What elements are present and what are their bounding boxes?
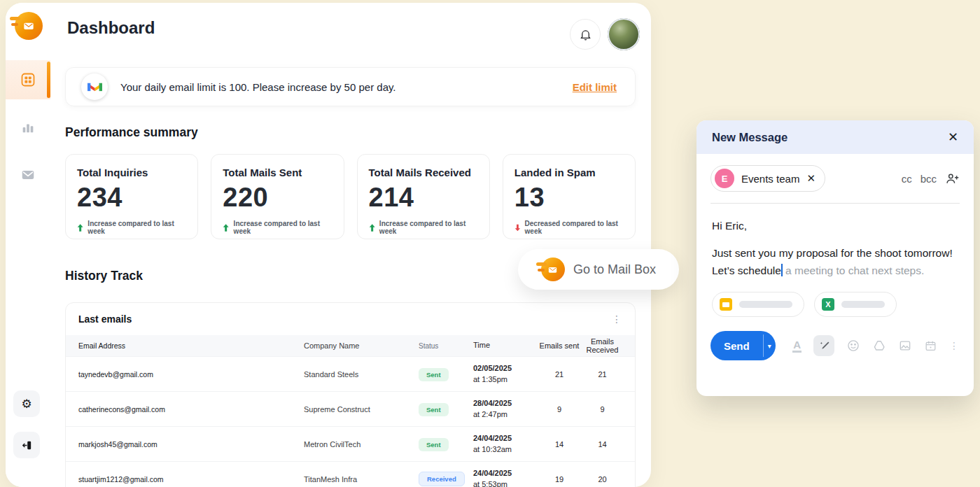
gmail-m-glyph [88, 81, 102, 92]
cell-emails-sent: 21 [536, 370, 582, 379]
cell-emails-received: 14 [582, 440, 622, 449]
mail-flame-logo-icon [541, 257, 565, 281]
cell-company: TitanMesh Infra [304, 475, 419, 484]
cell-date: 24/04/2025 [473, 434, 512, 442]
cc-toggle[interactable]: cc [902, 173, 912, 185]
edit-limit-link[interactable]: Edit limit [573, 81, 617, 93]
emoji-button[interactable] [846, 339, 860, 353]
drive-attach-button[interactable] [872, 339, 886, 353]
remove-recipient-icon[interactable]: ✕ [806, 172, 816, 185]
recipient-chip[interactable]: E Events team ✕ [710, 165, 825, 192]
compose-header[interactable]: New Message ✕ [696, 120, 974, 154]
settings-button[interactable]: ⚙ [13, 390, 40, 417]
cell-email: catherinecons@gmail.com [78, 405, 304, 414]
stat-label: Landed in Spam [514, 167, 624, 178]
brand-logo[interactable] [15, 12, 43, 40]
stat-card-total-mails-sent: Total Mails Sent 220 Increase compared t… [211, 154, 344, 239]
attachment-name-placeholder [841, 301, 885, 308]
stat-value: 220 [223, 183, 332, 213]
sidebar-item-analytics[interactable] [20, 119, 36, 136]
sidebar-item-dashboard[interactable] [20, 71, 36, 88]
close-icon[interactable]: ✕ [948, 129, 958, 145]
stat-delta: Increase compared to last week [88, 220, 186, 235]
emoji-icon [846, 339, 860, 353]
banner-message: Your daily email limit is 100. Please in… [120, 81, 396, 93]
magic-pen-button[interactable] [813, 335, 834, 356]
mail-icon [20, 167, 36, 183]
arrow-down-icon [514, 224, 521, 232]
stat-value: 13 [514, 183, 624, 213]
col-emails-sent: Emails sent [536, 341, 582, 350]
cell-emails-sent: 19 [536, 475, 582, 484]
col-email-address: Email Address [78, 341, 304, 350]
bar-chart-icon [20, 120, 36, 135]
cell-emails-sent: 14 [536, 440, 582, 449]
stat-label: Total Mails Received [369, 167, 478, 178]
slides-file-icon [720, 298, 732, 311]
stat-card-total-inquiries: Total Inquiries 234 Increase compared to… [65, 154, 198, 239]
attachment-name-placeholder [739, 301, 792, 308]
stat-label: Total Mails Sent [223, 167, 332, 178]
stat-delta: Increase compared to last week [379, 220, 478, 235]
cell-time: at 5:53pm [473, 480, 507, 487]
person-add-icon [945, 171, 960, 186]
excel-file-icon: X [822, 298, 834, 311]
attachment-excel-file[interactable]: X [814, 292, 897, 317]
table-title: Last emails [78, 313, 132, 325]
envelope-glyph [547, 264, 559, 276]
cell-date: 02/05/2025 [473, 364, 512, 372]
gmail-logo-icon [81, 73, 108, 100]
cell-date: 28/04/2025 [473, 399, 512, 407]
sidebar: ⚙ [6, 3, 50, 487]
status-badge: Sent [419, 368, 449, 381]
insert-image-button[interactable] [898, 339, 912, 353]
send-button[interactable]: Send ▾ [710, 331, 776, 360]
col-emails-received: Emails Received [582, 337, 622, 354]
table-menu-kebab-icon[interactable]: ⋮ [612, 313, 622, 325]
text-formatting-button[interactable]: A [792, 339, 802, 353]
cell-time: at 10:32am [473, 445, 512, 453]
cell-emails-received: 20 [582, 475, 622, 484]
sidebar-active-accent-bar [47, 62, 50, 98]
attachments-row: X [696, 279, 974, 317]
compose-title: New Message [712, 131, 788, 144]
stat-card-landed-in-spam: Landed in Spam 13 Decreased compared to … [503, 154, 636, 239]
table-row[interactable]: markjosh45@gmail.com Metron CivilTech Se… [66, 426, 635, 461]
email-limit-banner: Your daily email limit is 100. Please in… [65, 67, 636, 106]
history-track-title: History Track [65, 269, 143, 283]
more-options-kebab-icon[interactable]: ⋮ [949, 340, 960, 351]
ghost-suggestion-text: a meeting to chat next steps. [783, 264, 924, 276]
cell-email: markjosh45@gmail.com [78, 440, 304, 449]
user-avatar[interactable] [608, 18, 640, 50]
cell-date: 24/04/2025 [473, 469, 512, 477]
image-icon [898, 339, 912, 353]
schedule-send-button[interactable] [924, 339, 937, 353]
message-greeting: Hi Eric, [712, 218, 960, 235]
notifications-button[interactable] [570, 19, 601, 50]
gear-icon: ⚙ [21, 397, 31, 411]
sidebar-item-mail[interactable] [20, 167, 36, 183]
bcc-toggle[interactable]: bcc [920, 173, 937, 185]
compose-message-body[interactable]: Hi Eric, Just sent you my proposal for t… [696, 204, 974, 279]
send-options-dropdown[interactable]: ▾ [763, 331, 776, 360]
page-title: Dashboard [67, 18, 155, 38]
last-emails-card: Last emails ⋮ Email Address Company Name… [65, 302, 636, 487]
cell-emails-received: 21 [582, 370, 622, 379]
send-label[interactable]: Send [710, 331, 763, 360]
performance-summary-title: Performance summary [65, 125, 198, 140]
go-to-mailbox-label: Go to Mail Box [573, 262, 656, 277]
add-contact-button[interactable] [945, 171, 960, 186]
stat-label: Total Inquiries [77, 167, 186, 178]
table-row[interactable]: catherinecons@gmail.com Supreme Construc… [66, 391, 635, 426]
cell-company: Standard Steels [304, 370, 419, 379]
app-panel: ⚙ Dashboard Your daily email limit is 10… [6, 3, 651, 487]
logout-button[interactable] [13, 432, 40, 458]
go-to-mailbox-button[interactable]: Go to Mail Box [518, 249, 679, 290]
table-row[interactable]: stuartjim1212@gmail.com TitanMesh Infra … [66, 461, 635, 487]
compose-actions-row: Send ▾ A ⋮ [696, 317, 974, 360]
table-row[interactable]: taynedevb@gmail.com Standard Steels Sent… [66, 356, 635, 391]
status-badge: Received [419, 472, 465, 486]
cell-email: taynedevb@gmail.com [78, 370, 304, 379]
stat-delta: Decreased compared to last week [525, 220, 624, 235]
attachment-slides-file[interactable] [712, 292, 804, 317]
